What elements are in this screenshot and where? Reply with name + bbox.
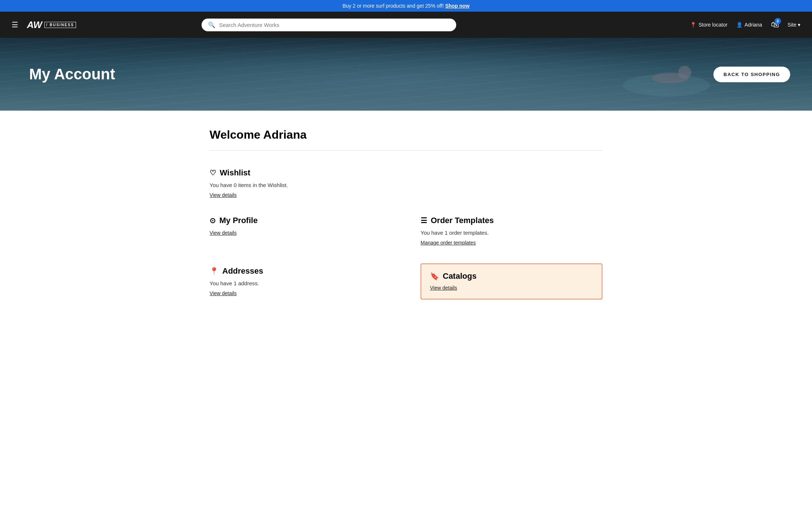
back-to-shopping-button[interactable]: BACK TO SHOPPING [713,67,790,82]
main-content: Welcome Adriana ♡ Wishlist You have 0 it… [188,111,624,317]
store-locator-button[interactable]: 📍 Store locator [690,22,727,28]
account-sections-grid: ⊙ My Profile View details ☰ Order Templa… [210,213,602,299]
logo-aw: AW [27,19,42,31]
wishlist-description: You have 0 items in the Wishlist. [210,182,602,188]
addresses-view-details-link[interactable]: View details [210,290,236,296]
svg-point-2 [678,66,691,79]
hero-banner: My Account BACK TO SHOPPING [0,38,812,111]
catalogs-section: 🔖 Catalogs View details [421,263,602,299]
hamburger-icon[interactable]: ☰ [12,20,18,29]
catalogs-title: 🔖 Catalogs [430,271,593,281]
swimmer-image [612,49,721,103]
addresses-title: 📍 Addresses [210,266,391,276]
user-label: Adriana [745,22,762,28]
order-templates-manage-link[interactable]: Manage order templates [421,240,476,246]
user-account-button[interactable]: 👤 Adriana [736,22,762,28]
my-profile-title: ⊙ My Profile [210,216,391,225]
my-profile-section: ⊙ My Profile View details [210,213,391,249]
user-icon: 👤 [736,22,743,28]
my-profile-view-details-link[interactable]: View details [210,230,236,236]
profile-icon: ⊙ [210,216,216,225]
order-templates-description: You have 1 order templates. [421,230,602,236]
catalogs-view-details-link[interactable]: View details [430,285,457,291]
wishlist-view-details-link[interactable]: View details [210,192,236,198]
order-templates-title: ☰ Order Templates [421,216,602,225]
heart-icon: ♡ [210,168,216,177]
catalog-icon: 🔖 [430,272,439,281]
wishlist-title: ♡ Wishlist [210,168,602,178]
welcome-heading: Welcome Adriana [210,128,602,142]
order-templates-icon: ☰ [421,216,427,225]
search-box[interactable]: 🔍 [202,19,456,31]
search-input[interactable] [219,22,450,28]
page-title: My Account [0,66,115,83]
logo-business: / BUSINESS [44,22,76,28]
nav-right: 📍 Store locator 👤 Adriana 🛍 0 Site ▾ [690,20,800,29]
addresses-description: You have 1 address. [210,280,391,286]
chevron-down-icon: ▾ [798,22,800,28]
wishlist-section: ♡ Wishlist You have 0 items in the Wishl… [210,165,602,201]
order-templates-section: ☰ Order Templates You have 1 order templ… [421,213,602,249]
store-locator-label: Store locator [698,22,727,28]
promo-link[interactable]: Shop now [445,3,470,9]
addresses-section: 📍 Addresses You have 1 address. View det… [210,263,391,299]
site-selector-button[interactable]: Site ▾ [788,22,800,28]
promo-text: Buy 2 or more surf products and get 25% … [342,3,443,9]
cart-count: 0 [775,18,781,24]
store-locator-icon: 📍 [690,22,696,28]
site-label: Site [788,22,796,28]
address-icon: 📍 [210,267,219,275]
search-icon: 🔍 [208,21,215,28]
cart-button[interactable]: 🛍 0 [771,20,779,29]
promo-banner: Buy 2 or more surf products and get 25% … [0,0,812,12]
section-divider [210,150,602,151]
logo[interactable]: AW / BUSINESS [27,19,76,31]
navigation: ☰ AW / BUSINESS 🔍 📍 Store locator 👤 Adri… [0,12,812,38]
